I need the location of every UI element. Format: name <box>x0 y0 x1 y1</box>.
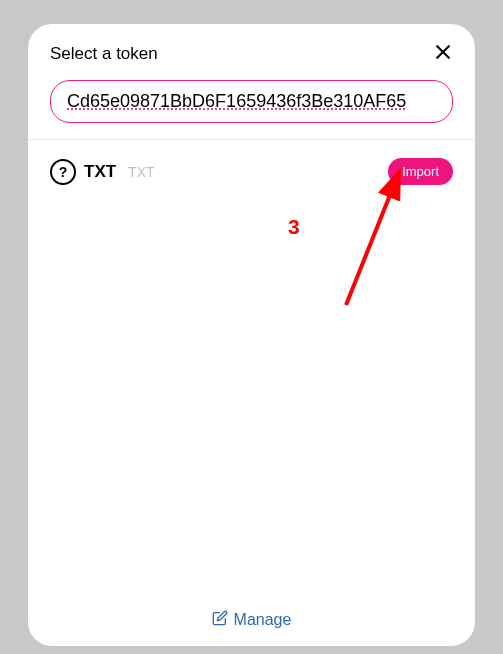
edit-icon <box>212 610 228 630</box>
annotation-layer: 3 <box>28 140 475 594</box>
token-name: TXT <box>128 164 154 180</box>
manage-label: Manage <box>234 611 292 629</box>
token-row[interactable]: ? TXT TXT Import <box>50 158 453 185</box>
manage-link[interactable]: Manage <box>212 610 292 630</box>
close-button[interactable] <box>433 44 453 64</box>
modal-header: Select a token <box>28 24 475 78</box>
token-info: ? TXT TXT <box>50 159 155 185</box>
modal-title: Select a token <box>50 44 158 64</box>
search-wrapper <box>28 78 475 139</box>
svg-line-3 <box>346 175 398 305</box>
modal-footer: Manage <box>28 594 475 646</box>
select-token-modal: Select a token ? TXT TXT Import 3 <box>28 24 475 646</box>
import-button[interactable]: Import <box>388 158 453 185</box>
token-list: ? TXT TXT Import 3 <box>28 140 475 594</box>
token-symbol: TXT <box>84 162 116 182</box>
token-search-input[interactable] <box>50 80 453 123</box>
annotation-number: 3 <box>288 215 300 239</box>
question-icon: ? <box>50 159 76 185</box>
close-icon <box>433 42 453 66</box>
